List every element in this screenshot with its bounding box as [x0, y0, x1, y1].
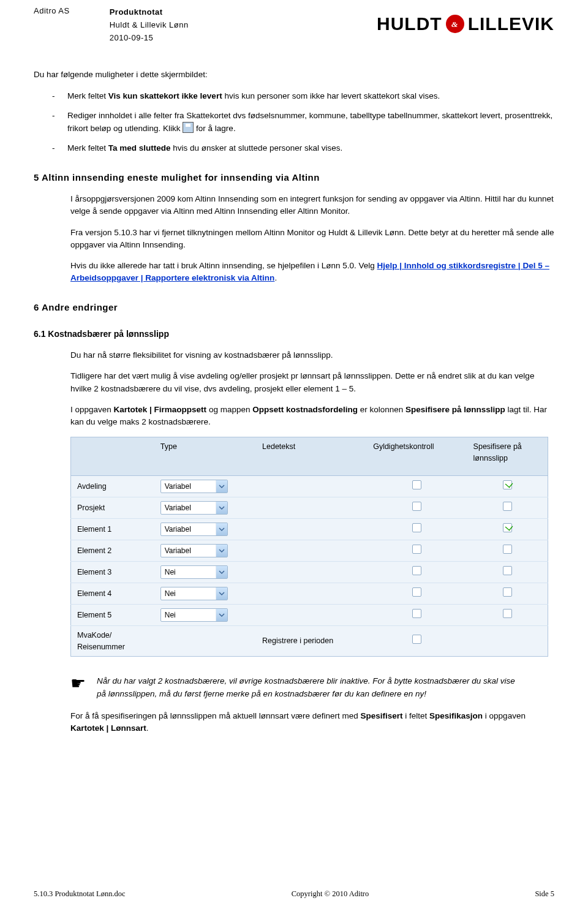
- table-row: AvdelingVariabel: [71, 475, 548, 497]
- t: Kartotek | Firmaoppsett: [114, 405, 207, 414]
- row-ledetekst: [256, 518, 367, 540]
- note-row: ☛ Når du har valgt 2 kostnadsbærere, vil…: [70, 675, 518, 700]
- gk-checkbox[interactable]: [412, 566, 421, 575]
- cost-carrier-table: Type Ledetekst Gyldighetskontroll Spesif…: [70, 437, 548, 657]
- document-body: Du har følgende muligheter i dette skjer…: [34, 69, 554, 734]
- dropdown-value: Variabel: [165, 524, 191, 535]
- final-paragraph: For å få spesifiseringen på lønnsslippen…: [70, 710, 554, 735]
- dropdown-value: Variabel: [165, 545, 191, 556]
- row-gk-cell: [367, 561, 467, 583]
- row-gk-cell: [367, 497, 467, 518]
- t: i feltet: [403, 711, 430, 720]
- t: Kartotek | Lønnsart: [70, 723, 146, 733]
- type-dropdown[interactable]: Variabel: [160, 523, 228, 536]
- type-dropdown[interactable]: Variabel: [160, 480, 228, 493]
- sp-checkbox[interactable]: [503, 523, 512, 532]
- sp-checkbox[interactable]: [503, 480, 512, 489]
- row-gk-cell: [367, 625, 467, 657]
- gk-checkbox[interactable]: [412, 609, 421, 618]
- gk-checkbox[interactable]: [412, 635, 421, 644]
- list-text: Merk feltet: [67, 143, 108, 153]
- table-row: Element 3Nei: [71, 561, 548, 583]
- t: .: [146, 723, 149, 733]
- row-sp-cell: [467, 625, 548, 657]
- t: I oppgaven: [70, 405, 114, 414]
- row-type-cell: Nei: [154, 583, 256, 604]
- table-row: MvaKode/ ReisenummerRegistrere i periode…: [71, 625, 548, 657]
- sec5-p3: Hvis du ikke allerede har tatt i bruk Al…: [70, 260, 554, 285]
- th-gk: Gyldighetskontroll: [367, 437, 467, 476]
- section-6-1-title: 6.1 Kostnadsbærer på lønnsslipp: [34, 328, 554, 341]
- row-sp-cell: [467, 497, 548, 518]
- list-text: Rediger innholdet i alle felter fra Skat…: [67, 111, 552, 133]
- row-label: MvaKode/ Reisenummer: [71, 625, 154, 657]
- type-dropdown[interactable]: Nei: [160, 565, 228, 579]
- header-product: Huldt & Lillevik Lønn: [110, 19, 189, 32]
- row-ledetekst: [256, 561, 367, 583]
- header-title: Produktnotat: [110, 6, 189, 19]
- row-type-cell: [154, 625, 256, 657]
- table-row: Element 4Nei: [71, 583, 548, 604]
- chevron-down-icon: [216, 609, 227, 621]
- save-icon: [183, 122, 194, 133]
- sp-checkbox[interactable]: [503, 566, 512, 575]
- chevron-down-icon: [216, 523, 227, 535]
- row-label: Avdeling: [71, 475, 154, 497]
- table-row: ProsjektVariabel: [71, 497, 548, 518]
- t: Oppsett kostnadsfordeling: [252, 405, 358, 414]
- t: For å få spesifiseringen på lønnsslippen…: [70, 711, 360, 720]
- sp-checkbox[interactable]: [503, 502, 512, 511]
- t: i oppgaven: [483, 711, 526, 720]
- type-dropdown[interactable]: Variabel: [160, 544, 228, 557]
- type-dropdown[interactable]: Nei: [160, 608, 228, 622]
- dropdown-value: Nei: [165, 567, 176, 578]
- type-dropdown[interactable]: Nei: [160, 587, 228, 600]
- row-type-cell: Variabel: [154, 475, 256, 497]
- svg-text:&: &: [451, 20, 458, 29]
- logo-text-1: HULDT: [377, 13, 442, 34]
- brand-logo: HULDT & LILLEVIK: [377, 13, 554, 34]
- t: Spesifisert: [360, 711, 402, 720]
- sp-checkbox[interactable]: [503, 587, 512, 597]
- th-ledetekst: Ledetekst: [256, 437, 367, 476]
- gk-checkbox[interactable]: [412, 587, 421, 597]
- gk-checkbox[interactable]: [412, 545, 421, 554]
- th-sp: Spesifisere på lønnsslipp: [467, 437, 548, 476]
- section-5-title: 5 Altinn innsending eneste mulighet for …: [34, 171, 554, 185]
- row-ledetekst: [256, 475, 367, 497]
- row-ledetekst: [256, 540, 367, 561]
- type-dropdown[interactable]: Variabel: [160, 501, 228, 515]
- list-item: Merk feltet Vis kun skattekort ikke leve…: [52, 90, 554, 102]
- list-text: for å lagre.: [194, 124, 235, 133]
- dropdown-value: Nei: [165, 588, 176, 599]
- row-sp-cell: [467, 583, 548, 604]
- logo-ampersand-icon: &: [446, 15, 464, 33]
- sp-checkbox[interactable]: [503, 609, 512, 618]
- gk-checkbox[interactable]: [412, 480, 421, 489]
- row-gk-cell: [367, 604, 467, 625]
- header-left: Aditro AS Produktnotat Huldt & Lillevik …: [34, 6, 189, 44]
- t: og mappen: [206, 405, 252, 414]
- row-sp-cell: [467, 518, 548, 540]
- row-type-cell: Variabel: [154, 497, 256, 518]
- row-gk-cell: [367, 583, 467, 604]
- sec61-p3: I oppgaven Kartotek | Firmaoppsett og ma…: [70, 404, 554, 429]
- sec61-p1: Du har nå større fleksibilitet for visni…: [70, 349, 554, 361]
- row-label: Element 1: [71, 518, 154, 540]
- footer-left: 5.10.3 Produktnotat Lønn.doc: [34, 889, 126, 899]
- gk-checkbox[interactable]: [412, 523, 421, 532]
- th-type: Type: [154, 437, 256, 476]
- row-ledetekst: Registrere i perioden: [256, 625, 367, 657]
- sec5-p2: Fra versjon 5.10.3 har vi fjernet tilkny…: [70, 227, 554, 252]
- dropdown-value: Variabel: [165, 481, 191, 492]
- list-text: hvis du ønsker at sluttede personer skal…: [171, 143, 343, 153]
- row-sp-cell: [467, 604, 548, 625]
- chevron-down-icon: [216, 480, 227, 493]
- gk-checkbox[interactable]: [412, 502, 421, 511]
- footer-right: Side 5: [535, 889, 554, 899]
- t: Spesifikasjon: [429, 711, 483, 720]
- sp-checkbox[interactable]: [503, 545, 512, 554]
- chevron-down-icon: [216, 587, 227, 600]
- row-ledetekst: [256, 583, 367, 604]
- table-row: Element 2Variabel: [71, 540, 548, 561]
